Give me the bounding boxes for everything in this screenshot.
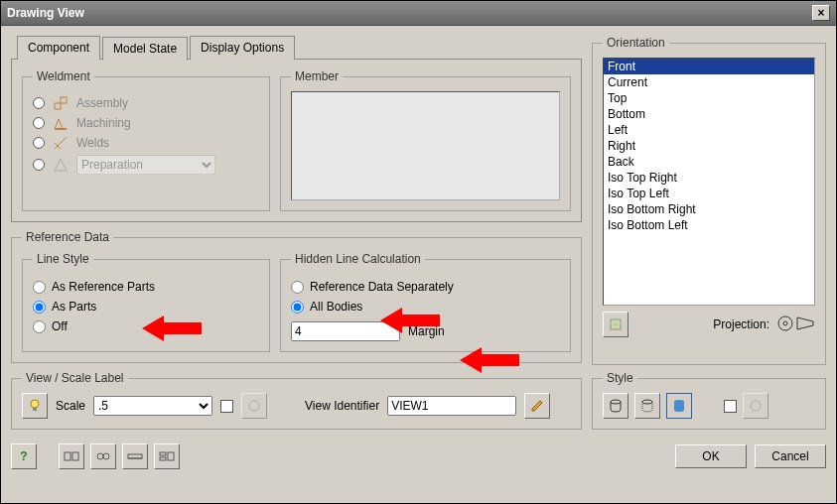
hidden-opt-allbodies[interactable]: All Bodies [291,300,560,314]
style-wireframe-button[interactable] [603,393,628,419]
orientation-list[interactable]: Front Current Top Bottom Left Right Back… [603,58,815,306]
orientation-item-right[interactable]: Right [604,138,814,154]
annotation-arrow-icon [460,347,519,373]
svg-rect-24 [160,457,166,460]
svg-point-13 [611,400,621,404]
close-button[interactable]: × [812,5,830,21]
line-style-legend: Line Style [33,252,93,266]
svg-rect-0 [55,103,61,109]
lightbulb-button[interactable] [22,393,48,419]
scale-checkbox[interactable] [220,400,233,413]
view-identifier-label: View Identifier [305,399,379,413]
svg-rect-23 [160,452,166,455]
hidden-radio-separately[interactable] [291,281,304,294]
hidden-radio-allbodies[interactable] [291,301,304,314]
welds-icon [53,135,69,151]
linestyle-opt-asparts[interactable]: As Parts [33,300,259,314]
svg-rect-21 [128,454,142,458]
member-legend: Member [291,69,343,83]
orientation-item-iso-bottom-left[interactable]: Iso Bottom Left [604,217,814,233]
member-group: Member [280,69,571,211]
margin-input[interactable] [291,321,400,341]
scale-select[interactable]: .5 [93,396,212,416]
toolbar-btn-1[interactable] [59,443,84,469]
scale-aux-button [241,393,267,419]
member-area [291,91,560,200]
orientation-item-top[interactable]: Top [604,90,814,106]
orientation-item-bottom[interactable]: Bottom [604,106,814,122]
style-aux-button [743,393,768,419]
orientation-item-front[interactable]: Front [604,59,814,74]
svg-rect-17 [65,452,70,460]
refdata-legend: Reference Data [22,230,113,244]
svg-point-8 [249,401,259,411]
tab-display-options[interactable]: Display Options [190,36,295,60]
projection-label: Projection: [713,317,769,331]
linestyle-radio-asparts[interactable] [33,301,46,314]
svg-point-10 [614,322,618,326]
scale-label: Scale [56,399,85,413]
orientation-item-iso-bottom-right[interactable]: Iso Bottom Right [604,201,814,217]
orientation-item-current[interactable]: Current [604,74,814,90]
weldment-group: Weldment Assembly Machining [22,69,270,211]
style-checkbox[interactable] [724,400,737,413]
view-scale-legend: View / Scale Label [22,371,128,385]
cancel-button[interactable]: Cancel [755,444,826,468]
weldment-welds-label: Welds [76,136,109,150]
line-style-group: Line Style As Reference Parts As Parts O… [22,252,270,352]
assembly-icon [53,95,69,111]
title-bar: Drawing View × [1,1,836,26]
weldment-radio-preparation[interactable] [33,159,45,171]
weldment-assembly-label: Assembly [76,96,128,110]
weldment-machining-label: Machining [76,116,131,130]
hidden-legend: Hidden Line Calculation [291,252,425,266]
machining-icon [53,115,69,131]
toolbar-btn-2[interactable] [90,443,116,469]
view-identifier-input[interactable] [387,396,516,416]
orientation-reset-button[interactable] [603,312,628,337]
style-hidden-button[interactable] [634,393,660,419]
linestyle-opt-asrefparts[interactable]: As Reference Parts [33,280,259,294]
toolbar-btn-3[interactable] [122,443,148,469]
weldment-legend: Weldment [33,69,94,83]
toolbar-btn-4[interactable] [154,443,180,469]
svg-point-14 [642,400,652,404]
help-button[interactable]: ? [11,443,37,469]
preparation-icon [53,157,69,173]
svg-marker-5 [460,347,519,373]
svg-point-11 [778,316,792,330]
orientation-legend: Orientation [603,36,669,50]
weldment-radio-assembly[interactable] [33,97,45,109]
style-legend: Style [603,371,637,385]
tab-model-state[interactable]: Model State [102,37,188,61]
projection-icon[interactable] [775,313,815,337]
svg-rect-1 [61,97,67,103]
linestyle-opt-off[interactable]: Off [33,319,259,333]
weldment-radio-machining[interactable] [33,117,45,129]
edit-pencil-button[interactable] [524,393,550,419]
orientation-item-iso-top-right[interactable]: Iso Top Right [604,170,814,186]
margin-label: Margin [408,324,445,338]
linestyle-radio-asrefparts[interactable] [33,281,46,294]
style-group: Style [592,371,826,430]
ok-button[interactable]: OK [675,444,747,468]
style-shaded-button[interactable] [666,393,692,419]
svg-rect-18 [72,452,78,460]
orientation-item-iso-top-left[interactable]: Iso Top Left [604,186,814,201]
tab-component[interactable]: Component [17,36,100,60]
svg-rect-25 [168,452,174,460]
svg-point-12 [783,321,787,325]
orientation-item-left[interactable]: Left [604,122,814,138]
orientation-item-back[interactable]: Back [604,154,814,170]
hidden-opt-separately[interactable]: Reference Data Separately [291,280,560,294]
linestyle-radio-off[interactable] [33,320,46,333]
svg-point-16 [751,401,761,411]
weldment-preparation-select: Preparation [76,155,215,175]
svg-rect-7 [33,408,37,411]
svg-point-19 [97,453,103,459]
weldment-radio-welds[interactable] [33,137,45,149]
svg-point-6 [31,400,39,408]
view-scale-group: View / Scale Label Scale .5 View Identif… [11,371,582,430]
svg-rect-2 [55,128,67,130]
hidden-line-group: Hidden Line Calculation Reference Data S… [280,252,571,352]
